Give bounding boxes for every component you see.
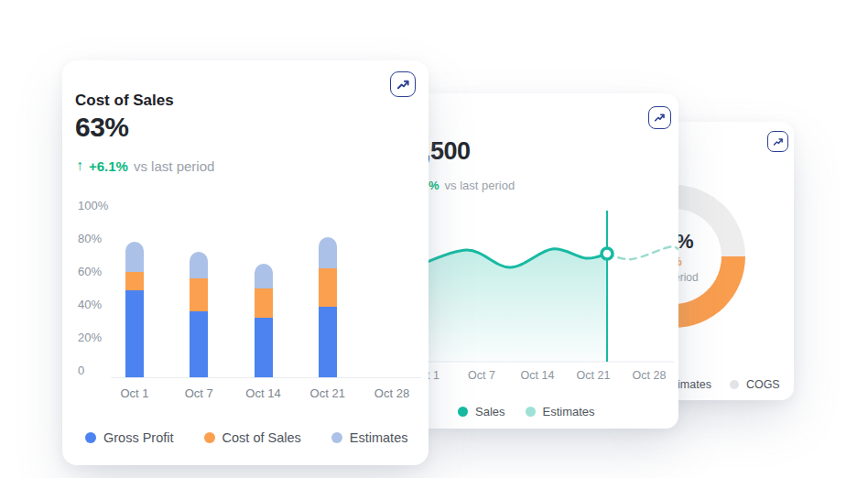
stacked-bar-chart: 100%80%60%40%20%0 Oct 1Oct 7Oct 14Oct 21… [62, 198, 429, 408]
bar-segment-cost-of-sales [190, 278, 208, 311]
legend-item: Sales [458, 405, 505, 418]
bar-segment-gross-profit [125, 290, 144, 377]
cost-of-sales-card: Cost of Sales 63% ↑ +6.1% vs last period… [62, 60, 429, 465]
change-caption: vs last period [134, 158, 214, 174]
stacked-bar [125, 242, 144, 377]
legend-item: Cost of Sales [204, 430, 301, 445]
legend-dot-icon [331, 432, 342, 443]
y-tick-label: 20% [78, 331, 102, 344]
y-tick-label: 40% [78, 298, 102, 311]
stacked-bar [255, 264, 273, 377]
trend-line-icon[interactable] [390, 71, 416, 97]
legend-label: Sales [475, 405, 505, 418]
trend-line-glyph [773, 136, 784, 147]
x-tick-label: Oct 28 [633, 369, 667, 382]
x-tick-label: Oct 1 [120, 386, 148, 400]
line-chart-legend: SalesEstimates [458, 405, 595, 418]
bar-segment-estimates [319, 237, 337, 268]
x-tick-label: Oct 7 [468, 369, 495, 382]
legend-item: Estimates [331, 430, 408, 445]
legend-label: Cost of Sales [222, 430, 301, 445]
kpi-value: 63% [75, 112, 129, 143]
legend-label: Estimates [543, 405, 595, 418]
x-tick-label: Oct 21 [577, 369, 611, 382]
legend-item: Gross Profit [85, 430, 174, 445]
bar-segment-cost-of-sales [125, 272, 144, 290]
up-arrow-icon: ↑ [76, 158, 83, 174]
x-tick-label: Oct 14 [521, 369, 555, 382]
legend-item: Estimates [526, 405, 595, 418]
legend-label: COGS [746, 378, 780, 391]
stacked-bar [319, 237, 337, 377]
legend-item: COGS [730, 378, 780, 391]
sales-card: ,500 % vs last period Oct 1Oct 7Oct 14Oc… [414, 93, 678, 429]
bar-segment-estimates [190, 252, 208, 278]
bar-segment-estimates [125, 242, 144, 271]
dashboard-canvas: Cost of Sales 63% ↑ +6.1% vs last period… [0, 0, 868, 478]
bar-segment-cost-of-sales [319, 268, 337, 306]
legend-dot-icon [458, 407, 468, 417]
y-tick-label: 80% [78, 232, 102, 245]
y-tick-label: 60% [78, 265, 102, 278]
card-title: Cost of Sales [75, 92, 174, 110]
legend-dot-icon [204, 432, 215, 443]
sales-area-fill [414, 249, 607, 362]
x-tick-label: Oct 21 [310, 386, 345, 400]
x-tick-label: Oct 28 [374, 386, 409, 400]
bar-segment-gross-profit [190, 311, 208, 377]
legend-dot-icon [730, 380, 739, 389]
trend-line-icon[interactable] [767, 131, 788, 152]
legend-dot-icon [526, 407, 536, 417]
x-tick-label: Oct 7 [185, 386, 213, 400]
x-axis-line [111, 377, 421, 378]
bar-segment-gross-profit [255, 318, 273, 377]
legend-label: Estimates [350, 430, 408, 445]
bar-segment-estimates [255, 264, 273, 288]
x-tick-label: Oct 14 [245, 386, 280, 400]
bar-segment-cost-of-sales [255, 288, 273, 318]
y-tick-label: 100% [78, 199, 108, 212]
bar-chart-legend: Gross ProfitCost of SalesEstimates [85, 430, 407, 445]
stacked-bar [190, 252, 208, 377]
legend-dot-icon [85, 432, 96, 443]
trend-line-glyph [396, 78, 410, 92]
legend-label: Gross Profit [103, 430, 174, 445]
bar-segment-gross-profit [319, 307, 337, 377]
highlight-point-marker[interactable] [602, 248, 613, 259]
y-tick-label: 0 [78, 364, 84, 377]
change-percent: +6.1% [89, 158, 128, 174]
estimates-dashed-line [607, 246, 678, 259]
